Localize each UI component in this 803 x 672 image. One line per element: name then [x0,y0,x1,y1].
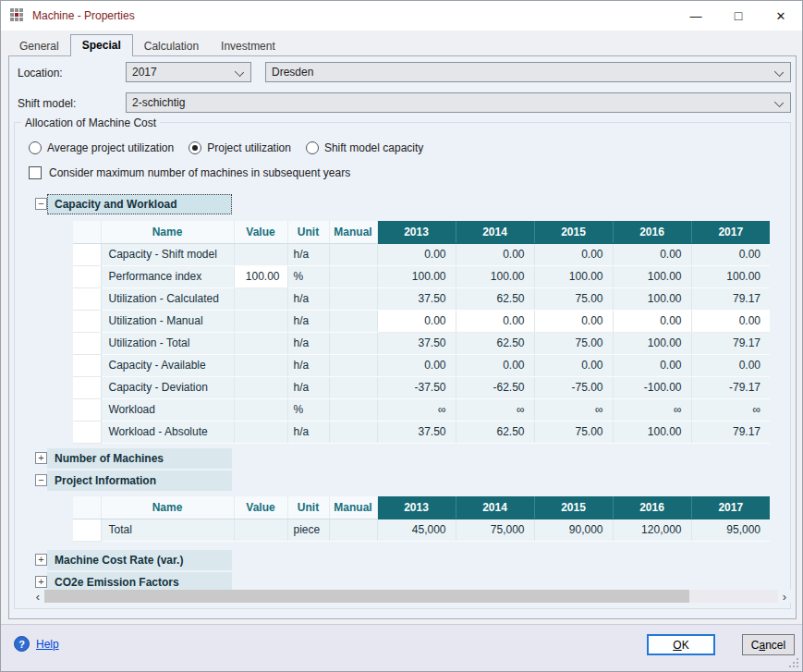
cell-year-2015[interactable]: 75.00 [534,287,613,310]
cancel-button[interactable]: Cancel [742,634,795,655]
cell-manual[interactable] [329,421,377,443]
cell-unit[interactable]: h/a [287,421,329,443]
expand-icon-machine-cost-rate[interactable]: + [35,554,47,566]
cell-value[interactable] [234,398,287,421]
cell-year-2016[interactable]: 0.00 [613,243,691,265]
collapse-icon-capacity-workload[interactable]: − [35,198,47,210]
expand-icon-number-of-machines[interactable]: + [35,452,47,464]
cell-year-2016[interactable]: 100.00 [613,421,691,443]
cell-year-2017[interactable]: ∞ [691,398,770,421]
shift-model-dropdown[interactable]: 2-schichtig [126,92,791,113]
cell-year-2017[interactable]: -79.17 [691,376,770,398]
location-dropdown[interactable]: Dresden [265,62,791,82]
row-header-cell[interactable] [73,519,101,541]
cell-name[interactable]: Workload - Absolute [101,421,234,443]
cell-value[interactable] [234,519,287,541]
cell-name[interactable]: Total [101,519,234,541]
cell-name[interactable]: Capacity - Shift model [101,243,234,265]
row-header-cell[interactable] [73,287,101,310]
cell-manual[interactable] [329,243,377,265]
cell-manual[interactable] [329,332,377,354]
cell-year-2015[interactable]: 0.00 [534,354,613,376]
consider-max-machines-checkbox[interactable]: Consider maximum number of machines in s… [29,166,350,179]
row-header-cell[interactable] [73,332,101,354]
cell-name[interactable]: Capacity - Deviation [101,376,234,398]
cell-year-2016[interactable]: 100.00 [613,265,691,287]
cell-year-2013[interactable]: -37.50 [377,376,456,398]
cell-year-2015[interactable]: ∞ [534,398,613,421]
cell-unit[interactable]: piece [287,519,329,541]
tab-special[interactable]: Special [70,34,133,56]
cell-year-2015[interactable]: 100.00 [534,265,613,287]
cell-manual[interactable] [329,310,377,332]
cell-unit[interactable]: h/a [287,354,329,376]
cell-year-2017[interactable]: 0.00 [691,310,770,332]
cell-year-2017[interactable]: 95,000 [691,519,770,541]
cell-year-2017[interactable]: 79.17 [691,287,770,310]
tab-investment[interactable]: Investment [210,37,286,56]
cell-year-2013[interactable]: 45,000 [377,519,456,541]
scroll-left-arrow[interactable]: ‹ [31,590,44,603]
cell-year-2013[interactable]: 37.50 [377,332,456,354]
row-header-cell[interactable] [73,398,101,421]
cell-name[interactable]: Utilization - Calculated [101,287,234,310]
cell-year-2016[interactable]: 120,000 [613,519,691,541]
cell-year-2013[interactable]: ∞ [377,398,456,421]
cell-year-2014[interactable]: 62.50 [456,287,534,310]
cell-year-2014[interactable]: 0.00 [456,354,534,376]
cell-unit[interactable]: h/a [287,243,329,265]
tab-calculation[interactable]: Calculation [133,37,210,56]
cell-unit[interactable]: h/a [287,310,329,332]
cell-year-2016[interactable]: 0.00 [613,310,691,332]
expand-icon-co2e-emission-factors[interactable]: + [35,576,47,588]
cell-name[interactable]: Workload [101,398,234,421]
cell-value[interactable] [234,287,287,310]
cell-year-2013[interactable]: 0.00 [377,310,456,332]
cell-year-2014[interactable]: 100.00 [456,265,534,287]
cell-year-2014[interactable]: ∞ [456,398,534,421]
radio-shift-model-capacity[interactable]: Shift model capacity [306,141,423,154]
cell-year-2017[interactable]: 79.17 [691,421,770,443]
row-header-cell[interactable] [73,421,101,443]
cell-name[interactable]: Utilization - Total [101,332,234,354]
cell-year-2016[interactable]: 100.00 [613,332,691,354]
cell-year-2014[interactable]: 0.00 [456,310,534,332]
cell-year-2016[interactable]: ∞ [613,398,691,421]
section-machine-cost-rate[interactable]: Machine Cost Rate (var.) [47,550,232,570]
section-number-of-machines[interactable]: Number of Machines [47,448,232,469]
cell-year-2016[interactable]: 100.00 [613,287,691,310]
radio-project-utilization[interactable]: Project utilization [189,141,291,154]
cell-unit[interactable]: % [287,398,329,421]
cell-unit[interactable]: h/a [287,332,329,354]
cell-unit[interactable]: h/a [287,376,329,398]
cell-year-2015[interactable]: 90,000 [534,519,613,541]
cell-year-2017[interactable]: 0.00 [691,243,770,265]
cell-year-2013[interactable]: 37.50 [377,421,456,443]
help-link[interactable]: Help [36,638,59,651]
cell-year-2013[interactable]: 37.50 [377,287,456,310]
cell-manual[interactable] [329,519,377,541]
cell-manual[interactable] [329,354,377,376]
section-project-information[interactable]: Project Information [47,470,232,491]
cell-year-2013[interactable]: 0.00 [377,354,456,376]
row-header-cell[interactable] [73,243,101,265]
cell-value[interactable] [234,421,287,443]
cell-manual[interactable] [329,265,377,287]
cell-value[interactable] [234,243,287,265]
cell-value[interactable]: 100.00 [234,265,287,287]
cell-name[interactable]: Performance index [101,265,234,287]
cell-year-2014[interactable]: 0.00 [456,243,534,265]
collapse-icon-project-information[interactable]: − [35,474,47,486]
cell-year-2017[interactable]: 0.00 [691,354,770,376]
close-button[interactable]: ✕ [760,1,802,31]
cell-year-2013[interactable]: 0.00 [377,243,456,265]
row-header-cell[interactable] [73,376,101,398]
cell-year-2016[interactable]: 0.00 [613,354,691,376]
cell-value[interactable] [234,354,287,376]
tab-general[interactable]: General [8,37,70,56]
ok-button[interactable]: OK [647,634,715,655]
cell-year-2014[interactable]: 75,000 [456,519,534,541]
cell-manual[interactable] [329,287,377,310]
cell-year-2016[interactable]: -100.00 [613,376,691,398]
section-capacity-and-workload[interactable]: Capacity and Workload [47,194,232,214]
